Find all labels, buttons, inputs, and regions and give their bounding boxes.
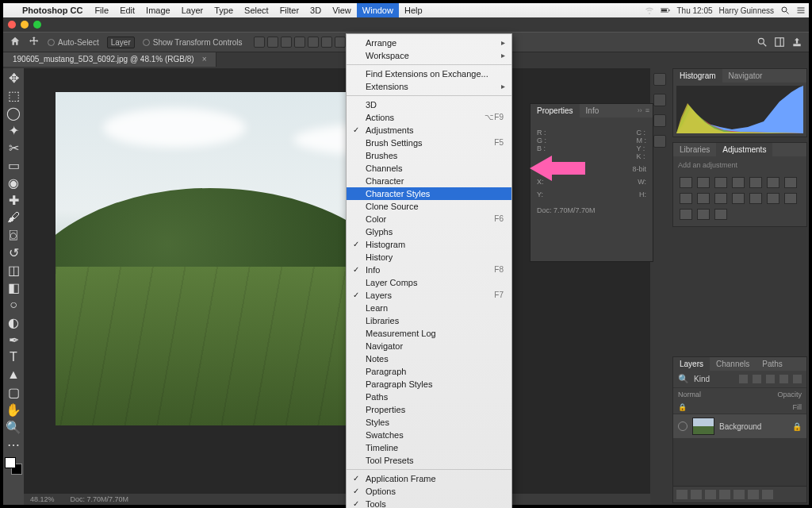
menu-item-character[interactable]: Character bbox=[347, 175, 511, 187]
pen-tool[interactable]: ✒ bbox=[5, 332, 22, 348]
tab-paths[interactable]: Paths bbox=[756, 357, 789, 371]
menu-item-styles[interactable]: Styles bbox=[347, 416, 511, 429]
menu-image[interactable]: Image bbox=[140, 3, 176, 17]
collapsed-panel-icon[interactable] bbox=[653, 94, 666, 106]
menu-item-arrange[interactable]: Arrange bbox=[347, 37, 511, 49]
adjustment-icon[interactable] bbox=[714, 177, 727, 188]
menu-item-workspace[interactable]: Workspace bbox=[347, 49, 511, 62]
crop-tool[interactable]: ✂ bbox=[5, 140, 22, 156]
close-window-button[interactable] bbox=[8, 21, 16, 29]
menu-window[interactable]: Window bbox=[357, 3, 399, 17]
wand-tool[interactable]: ✦ bbox=[5, 122, 22, 138]
collapse-panel-icon[interactable]: ›› bbox=[638, 106, 642, 114]
menu-item-extensions[interactable]: Extensions bbox=[347, 80, 511, 93]
menu-item-find-extensions-on-exchange[interactable]: Find Extensions on Exchange... bbox=[347, 67, 511, 80]
color-swatch[interactable] bbox=[5, 457, 22, 475]
brush-tool[interactable]: 🖌 bbox=[5, 210, 22, 225]
new-layer-icon[interactable] bbox=[748, 490, 759, 499]
tab-libraries[interactable]: Libraries bbox=[673, 143, 716, 156]
adjustment-icon[interactable] bbox=[784, 177, 797, 188]
delete-layer-icon[interactable] bbox=[762, 490, 773, 499]
menu-filter[interactable]: Filter bbox=[274, 3, 304, 17]
auto-select-target[interactable]: Layer bbox=[107, 37, 135, 48]
adjustment-icon[interactable] bbox=[784, 193, 797, 204]
eyedropper-tool[interactable]: ◉ bbox=[5, 175, 22, 190]
adjustment-icon[interactable] bbox=[697, 209, 710, 220]
menu-item-navigator[interactable]: Navigator bbox=[347, 340, 511, 352]
layer-style-icon[interactable] bbox=[691, 490, 702, 499]
menu-item-paragraph[interactable]: Paragraph bbox=[347, 365, 511, 378]
eraser-tool[interactable]: ◫ bbox=[5, 262, 22, 278]
dodge-tool[interactable]: ◐ bbox=[5, 314, 22, 330]
adjustment-icon[interactable] bbox=[697, 193, 710, 204]
collapsed-panel-icon[interactable] bbox=[653, 73, 666, 86]
share-icon[interactable] bbox=[791, 37, 802, 48]
frame-tool[interactable]: ▭ bbox=[5, 157, 22, 173]
menu-item-tools[interactable]: Tools bbox=[347, 498, 511, 508]
adjustment-icon[interactable] bbox=[732, 177, 745, 188]
adjustment-icon[interactable] bbox=[680, 193, 692, 204]
menu-item-layer-comps[interactable]: Layer Comps bbox=[347, 276, 511, 289]
menu-item-tool-presets[interactable]: Tool Presets bbox=[347, 454, 511, 467]
menu-item-actions[interactable]: Actions⌥F9 bbox=[347, 111, 511, 124]
document-tab[interactable]: 190605_mustang_5D3_6092.jpg @ 48.1% (RGB… bbox=[3, 52, 216, 67]
adjustment-icon[interactable] bbox=[680, 209, 692, 220]
align-icon[interactable] bbox=[281, 37, 292, 48]
menu-item-3d[interactable]: 3D bbox=[347, 98, 511, 111]
app-menu[interactable]: Photoshop CC bbox=[16, 6, 89, 15]
adjustment-icon[interactable] bbox=[714, 209, 727, 220]
new-group-icon[interactable] bbox=[733, 490, 745, 499]
tab-layers[interactable]: Layers bbox=[673, 357, 710, 371]
menu-item-libraries[interactable]: Libraries bbox=[347, 314, 511, 327]
menu-select[interactable]: Select bbox=[239, 3, 274, 17]
adjustment-icon[interactable] bbox=[749, 177, 762, 188]
adjustment-icon[interactable] bbox=[732, 193, 745, 204]
zoom-level[interactable]: 48.12% bbox=[30, 495, 55, 503]
menu-item-paragraph-styles[interactable]: Paragraph Styles bbox=[347, 378, 511, 391]
zoom-tool[interactable]: 🔍 bbox=[5, 419, 22, 435]
menubar-clock[interactable]: Thu 12:05 bbox=[673, 6, 715, 15]
auto-select-checkbox[interactable]: Auto-Select bbox=[48, 38, 99, 47]
adjustment-icon[interactable] bbox=[680, 177, 692, 188]
menu-item-timeline[interactable]: Timeline bbox=[347, 441, 511, 454]
menu-item-brushes[interactable]: Brushes bbox=[347, 149, 511, 162]
menu-item-clone-source[interactable]: Clone Source bbox=[347, 200, 511, 213]
home-button[interactable] bbox=[10, 36, 21, 48]
distribute-icon[interactable] bbox=[335, 37, 346, 48]
menu-item-channels[interactable]: Channels bbox=[347, 162, 511, 175]
type-tool[interactable]: T bbox=[5, 349, 22, 365]
rectangle-tool[interactable]: ▢ bbox=[5, 384, 22, 400]
tab-navigator[interactable]: Navigator bbox=[722, 69, 769, 83]
menu-item-histogram[interactable]: Histogram bbox=[347, 238, 511, 251]
align-icon[interactable] bbox=[321, 37, 332, 48]
menu-item-character-styles[interactable]: Character Styles bbox=[347, 187, 511, 200]
tab-histogram[interactable]: Histogram bbox=[673, 69, 722, 83]
layer-filter-icon[interactable] bbox=[766, 375, 775, 383]
visibility-toggle-icon[interactable] bbox=[678, 421, 688, 431]
layer-filter-icon[interactable] bbox=[779, 375, 788, 383]
blur-tool[interactable]: ○ bbox=[5, 297, 22, 313]
adjustment-icon[interactable] bbox=[767, 177, 779, 188]
menu-item-swatches[interactable]: Swatches bbox=[347, 429, 511, 441]
heal-tool[interactable]: ✚ bbox=[5, 192, 22, 208]
adjustment-icon[interactable] bbox=[697, 177, 710, 188]
move-tool[interactable]: ✥ bbox=[5, 70, 22, 86]
menu-item-glyphs[interactable]: Glyphs bbox=[347, 225, 511, 238]
marquee-tool[interactable]: ⬚ bbox=[5, 87, 22, 103]
layer-filter-icon[interactable] bbox=[739, 375, 748, 383]
menu-item-notes[interactable]: Notes bbox=[347, 352, 511, 365]
menubar-battery-icon[interactable] bbox=[657, 6, 673, 15]
menu-item-layers[interactable]: LayersF7 bbox=[347, 289, 511, 302]
adjustment-icon[interactable] bbox=[714, 193, 727, 204]
align-icon[interactable] bbox=[308, 37, 319, 48]
menu-3d[interactable]: 3D bbox=[304, 3, 327, 17]
menu-view[interactable]: View bbox=[327, 3, 357, 17]
layer-filter-search-icon[interactable]: 🔍 bbox=[678, 374, 689, 384]
workspace-icon[interactable] bbox=[774, 37, 785, 48]
menu-item-brush-settings[interactable]: Brush SettingsF5 bbox=[347, 137, 511, 149]
hand-tool[interactable]: ✋ bbox=[5, 402, 22, 418]
layer-name[interactable]: Background bbox=[719, 422, 761, 431]
layer-thumbnail[interactable] bbox=[692, 418, 714, 435]
tab-adjustments[interactable]: Adjustments bbox=[716, 143, 772, 156]
stamp-tool[interactable]: ⌼ bbox=[5, 227, 22, 243]
